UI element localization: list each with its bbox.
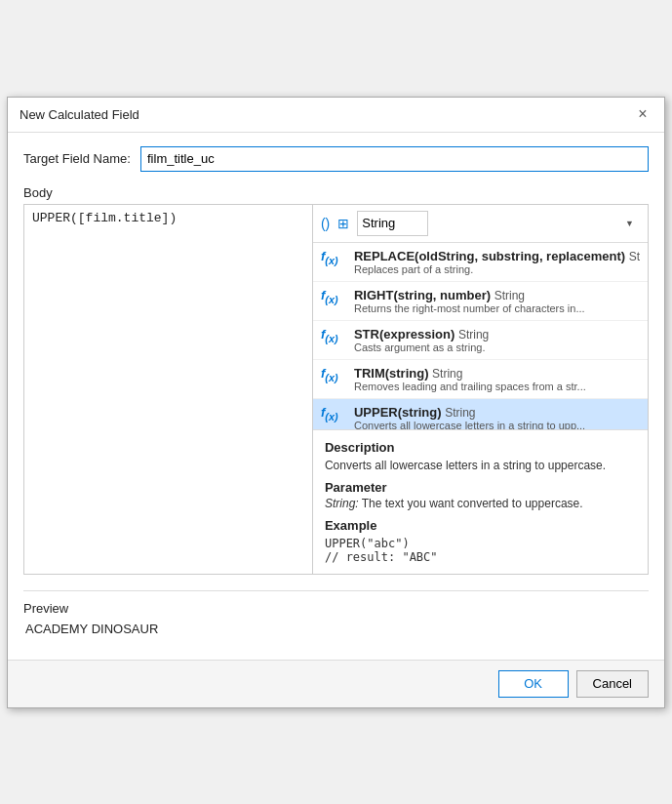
function-item-trim[interactable]: f(x) TRIM(string) String Removes leading… xyxy=(313,360,648,399)
function-name-upper: UPPER(string) String xyxy=(354,405,640,420)
preview-value: ACADEMY DINOSAUR xyxy=(25,622,649,636)
function-item-str[interactable]: f(x) STR(expression) String Casts argume… xyxy=(313,321,648,360)
functions-toolbar: () ⊞ All String Number Date Logical xyxy=(313,205,648,243)
param-desc: The text you want converted to uppercase… xyxy=(362,497,583,510)
param-title: Parameter xyxy=(325,480,636,495)
function-desc-str: Casts argument as a string. xyxy=(354,342,640,353)
description-text: Converts all lowercase letters in a stri… xyxy=(325,459,636,472)
dialog-title: New Calculated Field xyxy=(20,107,139,122)
close-button[interactable]: × xyxy=(633,104,652,124)
function-desc-right: Returns the right-most number of charact… xyxy=(354,302,640,314)
table-icon[interactable]: ⊞ xyxy=(337,216,349,231)
param-text: String: The text you want converted to u… xyxy=(325,497,636,510)
function-desc-trim: Removes leading and trailing spaces from… xyxy=(354,381,640,392)
function-details-right: RIGHT(string, number) String Returns the… xyxy=(354,288,640,314)
function-item-right[interactable]: f(x) RIGHT(string, number) String Return… xyxy=(313,282,648,321)
function-name-replace: REPLACE(oldString, substring, replacemen… xyxy=(354,249,640,263)
preview-section: Preview ACADEMY DINOSAUR xyxy=(23,590,649,646)
body-area: UPPER([film.title]) () ⊞ All String Numb… xyxy=(23,204,649,575)
function-details-replace: REPLACE(oldString, substring, replacemen… xyxy=(354,249,640,275)
function-type-replace: St xyxy=(629,250,640,263)
title-bar: New Calculated Field × xyxy=(8,98,664,133)
function-type-right: String xyxy=(494,289,525,302)
example-title: Example xyxy=(325,518,636,533)
function-icon-trim: f(x) xyxy=(321,366,348,384)
function-name-right: RIGHT(string, number) String xyxy=(354,288,640,302)
target-field-row: Target Field Name: xyxy=(23,146,649,172)
function-icon-upper: f(x) xyxy=(321,405,348,423)
body-label: Body xyxy=(23,185,649,200)
function-type-upper: String xyxy=(445,406,475,420)
function-name-str: STR(expression) String xyxy=(354,327,640,342)
function-icon-replace: f(x) xyxy=(321,249,348,267)
function-icon-str: f(x) xyxy=(321,327,348,345)
cancel-button[interactable]: Cancel xyxy=(576,670,649,698)
function-details-upper: UPPER(string) String Converts all lowerc… xyxy=(354,405,640,430)
description-title: Description xyxy=(325,440,636,455)
function-desc-upper: Converts all lowercase letters in a stri… xyxy=(354,420,640,430)
preview-label: Preview xyxy=(23,601,649,616)
description-panel: Description Converts all lowercase lette… xyxy=(313,430,648,574)
formula-panel[interactable]: UPPER([film.title]) xyxy=(24,205,313,574)
dialog-footer: OK Cancel xyxy=(8,660,664,707)
category-select[interactable]: All String Number Date Logical xyxy=(357,211,428,236)
example-code: UPPER("abc")// result: "ABC" xyxy=(325,537,636,564)
ok-button[interactable]: OK xyxy=(498,670,569,698)
param-name: String: xyxy=(325,497,359,510)
calculated-field-dialog: New Calculated Field × Target Field Name… xyxy=(7,97,665,708)
functions-panel: () ⊞ All String Number Date Logical xyxy=(313,205,648,574)
formula-text: UPPER([film.title]) xyxy=(32,211,177,225)
category-select-wrapper: All String Number Date Logical xyxy=(357,211,640,236)
function-details-trim: TRIM(string) String Removes leading and … xyxy=(354,366,640,392)
function-type-trim: String xyxy=(432,367,462,381)
paren-icon[interactable]: () xyxy=(321,216,330,231)
function-icon-right: f(x) xyxy=(321,288,348,306)
target-field-input[interactable] xyxy=(140,146,649,172)
functions-list[interactable]: f(x) REPLACE(oldString, substring, repla… xyxy=(313,243,648,430)
function-desc-replace: Replaces part of a string. xyxy=(354,263,640,275)
function-type-str: String xyxy=(458,328,489,342)
function-item-replace[interactable]: f(x) REPLACE(oldString, substring, repla… xyxy=(313,243,648,282)
target-field-label: Target Field Name: xyxy=(23,151,140,166)
function-item-upper[interactable]: f(x) UPPER(string) String Converts all l… xyxy=(313,399,648,430)
function-name-trim: TRIM(string) String xyxy=(354,366,640,381)
dialog-content: Target Field Name: Body UPPER([film.titl… xyxy=(8,133,664,660)
function-details-str: STR(expression) String Casts argument as… xyxy=(354,327,640,353)
